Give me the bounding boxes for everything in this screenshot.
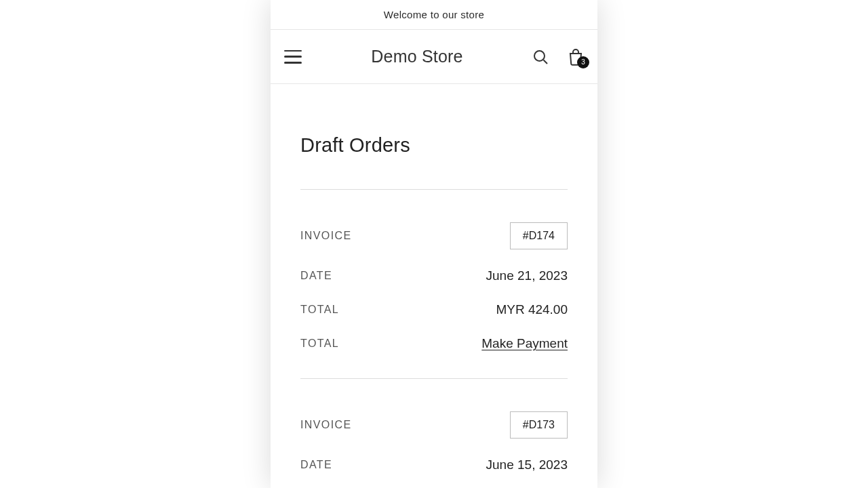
order-card: INVOICE #D174 DATE June 21, 2023 TOTAL M… bbox=[300, 189, 568, 378]
search-icon[interactable] bbox=[532, 49, 549, 65]
date-label: DATE bbox=[300, 459, 332, 471]
store-name[interactable]: Demo Store bbox=[371, 47, 462, 66]
invoice-label: INVOICE bbox=[300, 230, 352, 242]
date-value: June 15, 2023 bbox=[486, 458, 568, 472]
action-label: TOTAL bbox=[300, 338, 339, 350]
cart-icon[interactable]: 3 bbox=[568, 48, 584, 66]
total-label: TOTAL bbox=[300, 304, 339, 316]
svg-line-1 bbox=[543, 60, 547, 64]
order-card: INVOICE #D173 DATE June 15, 2023 bbox=[300, 378, 568, 488]
svg-point-0 bbox=[534, 51, 545, 61]
invoice-number[interactable]: #D173 bbox=[510, 411, 568, 439]
total-value: MYR 424.00 bbox=[496, 302, 568, 317]
make-payment-link[interactable]: Make Payment bbox=[481, 336, 568, 351]
invoice-label: INVOICE bbox=[300, 419, 352, 431]
menu-icon[interactable] bbox=[284, 50, 302, 64]
announcement-bar: Welcome to our store bbox=[271, 0, 597, 30]
invoice-number[interactable]: #D174 bbox=[510, 222, 568, 249]
header: Demo Store 3 bbox=[271, 30, 597, 84]
page-title: Draft Orders bbox=[300, 134, 568, 157]
mobile-viewport: Welcome to our store Demo Store 3 Draft … bbox=[271, 0, 597, 488]
main-content: Draft Orders INVOICE #D174 DATE June 21,… bbox=[271, 84, 597, 488]
announcement-text: Welcome to our store bbox=[384, 9, 484, 20]
cart-badge: 3 bbox=[577, 56, 589, 68]
date-value: June 21, 2023 bbox=[486, 268, 568, 283]
date-label: DATE bbox=[300, 270, 332, 282]
